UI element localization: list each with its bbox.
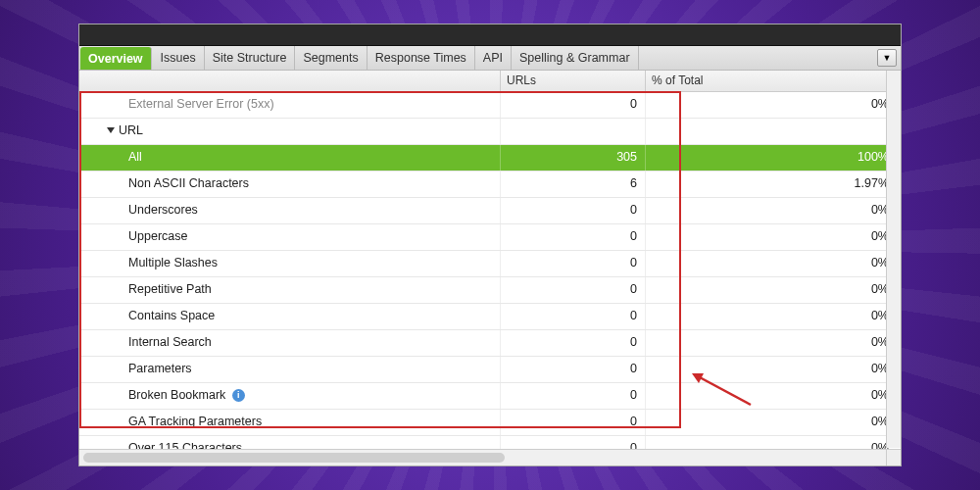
- row-pct: 0%: [646, 357, 901, 382]
- group-url-text: URL: [119, 123, 143, 137]
- group-label: URL: [79, 119, 501, 144]
- row-label: All: [79, 145, 501, 171]
- tab-bar: Overview Issues Site Structure Segments …: [79, 46, 901, 71]
- info-icon[interactable]: i: [232, 389, 245, 402]
- row-uppercase[interactable]: Uppercase 0 0%: [79, 224, 901, 251]
- group-url[interactable]: URL: [79, 119, 901, 145]
- row-label: Contains Space: [79, 304, 501, 329]
- tab-response-times[interactable]: Response Times: [368, 46, 475, 70]
- row-pct: 0%: [646, 304, 901, 329]
- row-urls: 0: [501, 251, 646, 276]
- row-urls: 0: [501, 330, 646, 356]
- row-urls: 0: [501, 383, 646, 409]
- row-pct: 0%: [646, 410, 901, 435]
- column-headers: URLs % of Total: [79, 71, 901, 92]
- rows-container: External Server Error (5xx) 0 0% URL All…: [79, 92, 901, 466]
- row-urls: 305: [501, 145, 646, 171]
- tab-overview[interactable]: Overview: [80, 47, 152, 70]
- scrollbar-thumb[interactable]: [83, 453, 505, 463]
- row-urls: 6: [501, 172, 646, 197]
- row-pct: 0%: [646, 198, 901, 223]
- row-urls: 0: [501, 198, 646, 223]
- row-urls: 0: [501, 304, 646, 329]
- col-header-name[interactable]: [79, 71, 501, 91]
- row-pct: 100%: [646, 145, 901, 171]
- row-underscores[interactable]: Underscores 0 0%: [79, 198, 901, 224]
- tab-spelling-grammar[interactable]: Spelling & Grammar: [512, 46, 639, 70]
- row-pct: 0%: [646, 224, 901, 250]
- tab-site-structure[interactable]: Site Structure: [205, 46, 296, 70]
- tab-overflow-dropdown[interactable]: ▼: [877, 49, 897, 67]
- row-contains-space[interactable]: Contains Space 0 0%: [79, 304, 901, 330]
- row-pct: 0%: [646, 251, 901, 276]
- row-multiple-slashes[interactable]: Multiple Slashes 0 0%: [79, 251, 901, 277]
- window-topbar: [79, 24, 901, 46]
- row-label: Internal Search: [79, 330, 501, 356]
- row-broken-bookmark-text: Broken Bookmark: [128, 388, 225, 402]
- row-label: GA Tracking Parameters: [79, 410, 501, 435]
- row-label: Non ASCII Characters: [79, 172, 501, 197]
- tab-issues[interactable]: Issues: [153, 46, 205, 70]
- row-label: Broken Bookmark i: [79, 383, 501, 409]
- row-urls: 0: [501, 224, 646, 250]
- row-label: Multiple Slashes: [79, 251, 501, 276]
- row-pct: 0%: [646, 330, 901, 356]
- row-non-ascii[interactable]: Non ASCII Characters 6 1.97%: [79, 172, 901, 198]
- caret-down-icon: [107, 127, 115, 133]
- row-urls: 0: [501, 277, 646, 303]
- row-urls: 0: [501, 357, 646, 382]
- scrollbar-corner: [886, 449, 901, 466]
- row-pct: 0%: [646, 92, 901, 118]
- row-label: Uppercase: [79, 224, 501, 250]
- row-external-server-error[interactable]: External Server Error (5xx) 0 0%: [79, 92, 901, 119]
- row-parameters[interactable]: Parameters 0 0%: [79, 357, 901, 383]
- row-label: Repetitive Path: [79, 277, 501, 303]
- row-urls: 0: [501, 410, 646, 435]
- row-repetitive-path[interactable]: Repetitive Path 0 0%: [79, 277, 901, 304]
- row-broken-bookmark[interactable]: Broken Bookmark i 0 0%: [79, 383, 901, 410]
- row-all[interactable]: All 305 100%: [79, 145, 901, 172]
- row-label: Parameters: [79, 357, 501, 382]
- row-pct: 0%: [646, 383, 901, 409]
- row-urls: 0: [501, 92, 646, 118]
- col-header-urls[interactable]: URLs: [501, 71, 646, 91]
- scrollbar-horizontal[interactable]: [79, 449, 886, 466]
- col-header-pct[interactable]: % of Total: [646, 71, 901, 91]
- row-label: Underscores: [79, 198, 501, 223]
- tab-segments[interactable]: Segments: [295, 46, 367, 70]
- app-panel: Overview Issues Site Structure Segments …: [78, 24, 902, 466]
- scrollbar-vertical[interactable]: [886, 71, 901, 448]
- tab-api[interactable]: API: [475, 46, 512, 70]
- row-internal-search[interactable]: Internal Search 0 0%: [79, 330, 901, 357]
- row-pct: 1.97%: [646, 172, 901, 197]
- row-label: External Server Error (5xx): [79, 92, 501, 118]
- row-ga-tracking[interactable]: GA Tracking Parameters 0 0%: [79, 410, 901, 436]
- row-pct: 0%: [646, 277, 901, 303]
